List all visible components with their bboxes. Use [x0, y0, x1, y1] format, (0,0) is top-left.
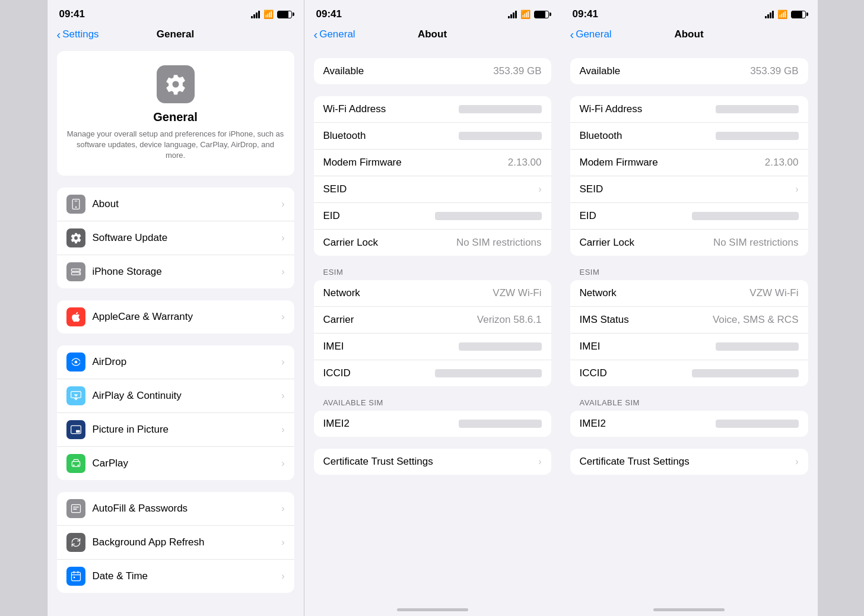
- settings-row-software-update[interactable]: Software Update ›: [57, 221, 294, 255]
- about-row-imei2-2: IMEI2: [570, 411, 808, 437]
- about-label: About: [93, 198, 277, 210]
- about-section-cert-1: Certificate Trust Settings ›: [314, 449, 551, 475]
- back-button-general-3[interactable]: ‹ General: [570, 28, 612, 40]
- autofill-icon: [70, 503, 82, 515]
- about-row-available-1: Available 353.39 GB: [314, 58, 551, 84]
- datetime-icon: [70, 570, 82, 582]
- settings-card-4: AutoFill & Passwords › Background App Re…: [57, 492, 294, 593]
- settings-row-datetime[interactable]: Date & Time ›: [57, 560, 294, 593]
- bt-label-1: Bluetooth: [323, 130, 366, 142]
- about-section-esim-1: ESIM Network VZW Wi-Fi Carrier Verizon 5…: [314, 268, 551, 386]
- avail-sim-label-1: AVAILABLE SIM: [314, 398, 551, 407]
- carrier-value-1: Verizon 58.6.1: [477, 314, 542, 326]
- available-label-1: Available: [323, 65, 364, 77]
- nav-bar-3: ‹ General About: [561, 24, 818, 46]
- iphone-storage-chevron: ›: [281, 266, 284, 277]
- cert-label-2: Certificate Trust Settings: [580, 456, 690, 468]
- imei-value-blurred-2: [716, 342, 799, 351]
- modem-value-1: 2.13.00: [508, 157, 542, 169]
- back-button-general-2[interactable]: ‹ General: [314, 28, 355, 40]
- imei2-value-blurred-2: [716, 420, 799, 428]
- eid-value-blurred-2: [692, 212, 799, 220]
- phone-screen-about1: 09:41 📶 ‹ General About Available: [304, 0, 561, 616]
- about-row-carrier-lock-2: Carrier Lock No SIM restrictions: [570, 230, 808, 256]
- iphone-storage-label: iPhone Storage: [93, 266, 277, 278]
- airdrop-icon-wrap: [66, 353, 85, 371]
- settings-row-carplay[interactable]: CarPlay ›: [57, 447, 294, 480]
- settings-row-autofill[interactable]: AutoFill & Passwords ›: [57, 492, 294, 526]
- imei-value-blurred-1: [459, 342, 542, 351]
- status-bar-3: 09:41 📶: [561, 0, 818, 24]
- signal-icon-2: [508, 11, 517, 18]
- settings-row-background-refresh[interactable]: Background App Refresh ›: [57, 526, 294, 560]
- ims-value-2: Voice, SMS & RCS: [713, 314, 799, 326]
- carrier-lock-value-2: No SIM restrictions: [713, 237, 799, 249]
- settings-row-airdrop[interactable]: AirDrop ›: [57, 345, 294, 379]
- about-row-cert-1[interactable]: Certificate Trust Settings ›: [314, 449, 551, 475]
- settings-row-about[interactable]: About ›: [57, 188, 294, 221]
- back-button-settings[interactable]: ‹ Settings: [57, 28, 99, 40]
- imei-label-1: IMEI: [323, 341, 344, 353]
- wifi-value-blurred-1: [459, 105, 542, 113]
- settings-row-iphone-storage[interactable]: iPhone Storage ›: [57, 255, 294, 288]
- carplay-chevron: ›: [281, 458, 284, 469]
- about-row-wifi-1: Wi-Fi Address: [314, 96, 551, 123]
- datetime-label: Date & Time: [93, 570, 277, 582]
- about-section-avail-sim-1: AVAILABLE SIM IMEI2: [314, 398, 551, 437]
- about-card-available-1: Available 353.39 GB: [314, 58, 551, 84]
- modem-label-1: Modem Firmware: [323, 157, 402, 169]
- about-section-available-2: Available 353.39 GB: [570, 58, 808, 84]
- back-chevron-icon-2: ‹: [314, 28, 318, 40]
- general-scroll[interactable]: General Manage your overall setup and pr…: [47, 46, 304, 609]
- about2-scroll[interactable]: Available 353.39 GB Wi-Fi Address Blueto…: [561, 46, 818, 609]
- about-row-cert-2[interactable]: Certificate Trust Settings ›: [570, 449, 808, 475]
- autofill-label: AutoFill & Passwords: [93, 503, 277, 515]
- iccid-value-blurred-2: [692, 369, 799, 377]
- wifi-icon-2: 📶: [520, 9, 531, 19]
- airdrop-label: AirDrop: [93, 356, 277, 368]
- wifi-label-2: Wi-Fi Address: [580, 103, 643, 115]
- about-row-modem-1: Modem Firmware 2.13.00: [314, 150, 551, 176]
- settings-row-pip[interactable]: Picture in Picture ›: [57, 413, 294, 447]
- general-icon: [157, 65, 195, 103]
- svg-rect-1: [74, 201, 77, 201]
- about-section-network-1: Wi-Fi Address Bluetooth Modem Firmware 2…: [314, 96, 551, 256]
- ims-label-2: IMS Status: [580, 314, 629, 326]
- available-label-2: Available: [580, 65, 621, 77]
- svg-point-5: [79, 269, 80, 271]
- network-value-2: VZW Wi-Fi: [749, 287, 798, 299]
- pip-chevron: ›: [281, 424, 284, 435]
- about-row-eid-1: EID: [314, 203, 551, 230]
- about1-scroll[interactable]: Available 353.39 GB Wi-Fi Address Blueto…: [304, 46, 561, 609]
- airdrop-chevron: ›: [281, 357, 284, 367]
- imei2-label-1: IMEI2: [323, 418, 350, 430]
- pip-icon-wrap: [66, 420, 85, 439]
- about-row-carrier-lock-1: Carrier Lock No SIM restrictions: [314, 230, 551, 256]
- about-icon-wrap: [66, 195, 85, 214]
- battery-icon-3: [791, 11, 806, 18]
- about-row-seid-2[interactable]: SEID ›: [570, 176, 808, 203]
- settings-row-applecare[interactable]: AppleCare & Warranty ›: [57, 300, 294, 334]
- settings-row-airplay[interactable]: AirPlay & Continuity ›: [57, 379, 294, 413]
- network-label-1: Network: [323, 287, 360, 299]
- about-row-seid-1[interactable]: SEID ›: [314, 176, 551, 203]
- airdrop-icon: [70, 356, 82, 368]
- status-icons-1: 📶: [251, 9, 292, 19]
- page-title-about1: About: [418, 28, 447, 40]
- seid-chevron-2: ›: [795, 184, 798, 195]
- software-update-label: Software Update: [93, 232, 277, 244]
- eid-label-1: EID: [323, 210, 340, 222]
- seid-chevron-1: ›: [538, 184, 541, 195]
- about-row-iccid-2: ICCID: [570, 360, 808, 386]
- about-card-cert-1: Certificate Trust Settings ›: [314, 449, 551, 475]
- bt-value-blurred-1: [459, 132, 542, 140]
- settings-group-3: AirDrop › AirPlay & Continuity ›: [57, 345, 294, 480]
- imei2-value-blurred-1: [459, 420, 542, 428]
- about-card-esim-2: Network VZW Wi-Fi IMS Status Voice, SMS …: [570, 280, 808, 386]
- airplay-chevron: ›: [281, 390, 284, 401]
- available-value-2: 353.39 GB: [750, 65, 798, 77]
- svg-point-6: [79, 273, 80, 274]
- wifi-value-blurred-2: [716, 105, 799, 113]
- status-time-2: 09:41: [316, 8, 342, 20]
- settings-group-2: AppleCare & Warranty ›: [57, 300, 294, 334]
